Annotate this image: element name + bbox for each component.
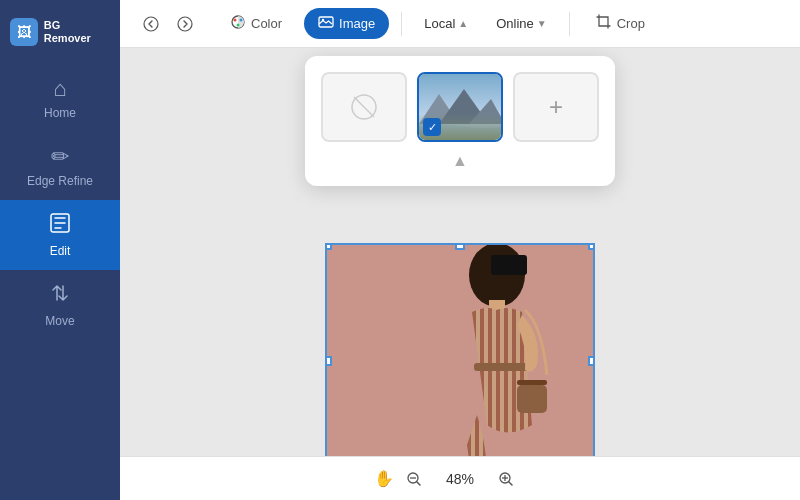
image-thumbnails: ✓ + (321, 72, 599, 142)
image-container (325, 243, 595, 456)
selected-check: ✓ (423, 118, 441, 136)
sidebar-item-move-label: Move (45, 314, 74, 328)
local-dropdown-arrow: ▲ (458, 18, 468, 29)
image-button[interactable]: Image (304, 8, 389, 39)
sidebar-item-edge-refine-label: Edge Refine (27, 174, 93, 188)
svg-rect-29 (474, 363, 530, 371)
sidebar-item-home-label: Home (44, 106, 76, 120)
bottom-bar: ✋ 48% (120, 456, 800, 500)
handle-middle-left[interactable] (325, 356, 332, 366)
svg-rect-22 (480, 305, 484, 445)
svg-rect-30 (467, 410, 471, 456)
image-frame[interactable] (325, 243, 595, 456)
handle-top-right[interactable] (588, 243, 595, 250)
thumbnail-mountain[interactable]: ✓ (417, 72, 503, 142)
svg-rect-32 (483, 410, 487, 456)
svg-point-1 (144, 17, 158, 31)
crop-button[interactable]: Crop (582, 8, 659, 39)
zoom-in-icon (498, 471, 514, 487)
nav-buttons (136, 9, 200, 39)
svg-point-18 (491, 255, 527, 271)
svg-rect-19 (491, 255, 527, 275)
svg-rect-23 (488, 305, 492, 445)
toolbar-divider-2 (569, 12, 570, 36)
svg-rect-21 (472, 305, 476, 445)
sidebar-item-edit[interactable]: Edit (0, 200, 120, 270)
home-icon: ⌂ (53, 76, 66, 102)
app-logo: 🖼 BG Remover (0, 10, 120, 54)
svg-line-41 (509, 482, 512, 485)
logo-text: BG Remover (44, 19, 110, 45)
svg-point-4 (234, 19, 237, 22)
thumbnail-placeholder[interactable] (321, 72, 407, 142)
zoom-out-button[interactable] (400, 465, 428, 493)
handle-top-middle[interactable] (455, 243, 465, 250)
crop-button-label: Crop (617, 16, 645, 31)
edge-refine-icon: ✏ (51, 144, 69, 170)
sidebar-item-edge-refine[interactable]: ✏ Edge Refine (0, 132, 120, 200)
svg-rect-27 (520, 305, 524, 445)
svg-rect-24 (496, 305, 500, 445)
image-dropdown-panel: ✓ + ▲ (305, 56, 615, 186)
nav-forward-button[interactable] (170, 9, 200, 39)
crop-icon (596, 14, 612, 33)
toolbar: Color Image Local ▲ Online ▼ (120, 0, 800, 48)
nav-back-button[interactable] (136, 9, 166, 39)
move-icon (49, 282, 71, 310)
svg-rect-16 (327, 245, 595, 456)
logo-icon: 🖼 (10, 18, 38, 46)
svg-rect-28 (528, 305, 532, 445)
no-image-icon (350, 93, 378, 121)
svg-rect-25 (504, 305, 508, 445)
online-dropdown-arrow: ▼ (537, 18, 547, 29)
hand-tool-button[interactable]: ✋ (370, 465, 398, 493)
thumbnail-add[interactable]: + (513, 72, 599, 142)
add-image-icon: + (549, 93, 563, 121)
zoom-out-icon (406, 471, 422, 487)
svg-rect-31 (475, 410, 479, 456)
edit-icon (49, 212, 71, 240)
sidebar-item-edit-label: Edit (50, 244, 71, 258)
sidebar: 🖼 BG Remover ⌂ Home ✏ Edge Refine Edit M… (0, 0, 120, 500)
sidebar-item-move[interactable]: Move (0, 270, 120, 340)
toolbar-divider-1 (401, 12, 402, 36)
canvas-content: ✓ + ▲ (120, 48, 800, 456)
svg-line-10 (354, 97, 374, 117)
sidebar-item-home[interactable]: ⌂ Home (0, 64, 120, 132)
color-button-label: Color (251, 16, 282, 31)
svg-rect-20 (489, 300, 505, 312)
svg-line-37 (417, 482, 420, 485)
color-icon (230, 14, 246, 33)
person-image (327, 245, 595, 456)
local-label: Local (424, 16, 455, 31)
svg-rect-33 (517, 385, 547, 413)
handle-top-left[interactable] (325, 243, 332, 250)
zoom-in-button[interactable] (492, 465, 520, 493)
svg-point-17 (469, 245, 525, 307)
svg-rect-34 (517, 380, 547, 385)
svg-rect-26 (512, 305, 516, 445)
zoom-level-display: 48% (440, 471, 480, 487)
color-button[interactable]: Color (216, 8, 296, 39)
svg-point-2 (178, 17, 192, 31)
online-label: Online (496, 16, 534, 31)
main-area: Color Image Local ▲ Online ▼ (120, 0, 800, 500)
image-icon (318, 14, 334, 33)
online-dropdown-button[interactable]: Online ▼ (486, 10, 556, 37)
svg-point-5 (240, 19, 243, 22)
zoom-controls: 48% (400, 465, 520, 493)
image-button-label: Image (339, 16, 375, 31)
local-dropdown-button[interactable]: Local ▲ (414, 10, 478, 37)
panel-collapse-arrow[interactable]: ▲ (321, 152, 599, 170)
handle-middle-right[interactable] (588, 356, 595, 366)
svg-point-8 (322, 19, 324, 21)
svg-point-6 (237, 24, 240, 27)
